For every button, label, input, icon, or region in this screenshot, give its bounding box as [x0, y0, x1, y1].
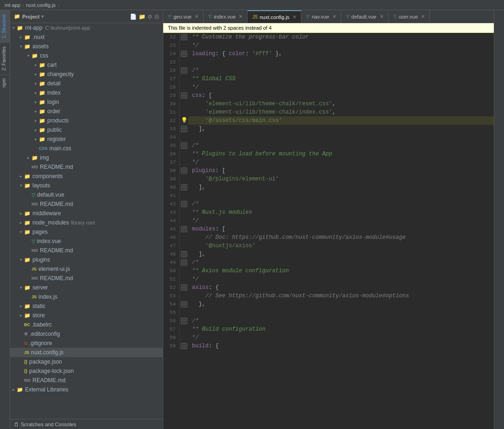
tree-item-index[interactable]: ▸📁index: [10, 88, 163, 97]
tree-arrow[interactable]: ▸: [32, 109, 39, 114]
fold-button[interactable]: -: [181, 284, 187, 291]
tree-arrow[interactable]: ▸: [18, 313, 24, 318]
tree-arrow[interactable]: ▸: [10, 387, 17, 392]
tree-item-changecity[interactable]: ▸📁changecity: [10, 70, 163, 79]
fold-button[interactable]: -: [181, 301, 187, 307]
line-gutter[interactable]: -: [180, 317, 188, 325]
tree-item-public[interactable]: ▸📁public: [10, 125, 163, 134]
tree-item-element-ui-js[interactable]: JSelement-ui.js: [10, 264, 163, 274]
tree-item-server[interactable]: ▾📁server: [10, 283, 163, 292]
tree-arrow[interactable]: ▸: [32, 90, 39, 95]
fold-button[interactable]: -: [181, 343, 187, 349]
tree-arrow[interactable]: ▸: [18, 174, 24, 179]
new-file-icon[interactable]: 📄: [130, 13, 137, 20]
code-editor[interactable]: 22-** Customize the progress-bar color23…: [163, 33, 494, 429]
fold-button[interactable]: -: [181, 167, 187, 174]
tree-arrow[interactable]: ▾: [18, 230, 24, 234]
tab-close-user[interactable]: ✕: [421, 14, 425, 19]
tab-close-nav[interactable]: ✕: [332, 14, 336, 19]
line-gutter[interactable]: -: [180, 258, 188, 267]
file-tree[interactable]: ▾📁mt-appC:\kui\nuxtjs\mt-app▸📁.nuxt▾📁ass…: [10, 23, 163, 419]
tab-index[interactable]: ▽ index.vue ✕: [204, 10, 248, 23]
tree-item-login[interactable]: ▸📁login: [10, 97, 163, 107]
fold-button[interactable]: -: [181, 92, 187, 99]
line-gutter[interactable]: -: [180, 283, 188, 292]
fold-button[interactable]: -: [181, 259, 187, 266]
tree-arrow[interactable]: ▾: [18, 183, 24, 188]
fold-button[interactable]: -: [181, 226, 187, 232]
tree-item-mt-app[interactable]: ▾📁mt-appC:\kui\nuxtjs\mt-app: [10, 23, 163, 32]
tree-arrow[interactable]: ▸: [32, 128, 39, 132]
tree-item-README-md[interactable]: MDREADME.md: [10, 199, 163, 209]
tree-item-register[interactable]: ▸📁register: [10, 134, 163, 144]
tree-item-assets[interactable]: ▾📁assets: [10, 42, 163, 51]
tree-item-default-vue[interactable]: ▽default.vue: [10, 190, 163, 199]
scratches-item[interactable]: 🗒 Scratches and Consoles: [14, 422, 76, 427]
sidebar-tab-favorites[interactable]: 2: Favorites: [0, 42, 10, 74]
tree-arrow[interactable]: ▸: [32, 100, 39, 104]
line-gutter[interactable]: -: [180, 250, 188, 258]
tree-item-pages[interactable]: ▾📁pages: [10, 227, 163, 237]
tree-item-index-js[interactable]: JSindex.js: [10, 292, 163, 301]
sidebar-tab-npm[interactable]: npm: [0, 74, 10, 91]
tree-item-plugins[interactable]: ▾📁plugins: [10, 255, 163, 264]
tab-close-default[interactable]: ✕: [380, 14, 383, 19]
fold-button[interactable]: -: [181, 126, 187, 132]
tab-user[interactable]: ▽ user.vue ✕: [389, 10, 430, 23]
fold-button[interactable]: -: [181, 34, 187, 40]
tab-nav[interactable]: ▽ nav.vue ✕: [301, 10, 341, 23]
tree-item-nuxt-config-js[interactable]: JSnuxt.config.js: [10, 348, 163, 357]
line-gutter[interactable]: -: [180, 66, 188, 75]
tree-item-main-css[interactable]: CSSmain.css: [10, 144, 163, 153]
tree-item--gitignore[interactable]: G.gitignore: [10, 339, 163, 348]
tree-item-index-vue[interactable]: ▽index.vue: [10, 237, 163, 246]
tree-arrow[interactable]: ▸: [32, 81, 39, 86]
tree-arrow[interactable]: ▾: [18, 285, 24, 290]
line-gutter[interactable]: -: [180, 50, 188, 58]
tree-arrow[interactable]: ▾: [18, 44, 24, 49]
tree-item--nuxt[interactable]: ▸📁.nuxt: [10, 32, 163, 42]
tree-item-detail[interactable]: ▸📁detail: [10, 79, 163, 88]
tree-arrow[interactable]: ▾: [25, 53, 32, 58]
tree-arrow[interactable]: ▸: [32, 137, 39, 141]
tree-item-node-modules[interactable]: ▸📁node_moduleslibrary root: [10, 218, 163, 227]
tree-arrow[interactable]: ▸: [18, 304, 24, 308]
line-gutter[interactable]: -: [180, 91, 188, 100]
line-gutter[interactable]: -: [180, 342, 188, 350]
tab-geo[interactable]: ▽ geo.vue ✕: [163, 10, 204, 23]
tree-arrow[interactable]: ▸: [32, 63, 39, 67]
line-gutter[interactable]: -: [180, 225, 188, 233]
line-gutter[interactable]: -: [180, 166, 188, 175]
tree-item-css[interactable]: ▾📁css: [10, 51, 163, 60]
tree-item-cart[interactable]: ▸📁cart: [10, 60, 163, 70]
tree-arrow[interactable]: ▸: [32, 118, 39, 123]
new-folder-icon[interactable]: 📁: [139, 13, 146, 20]
line-gutter[interactable]: -: [180, 125, 188, 133]
tree-arrow[interactable]: ▸: [18, 211, 24, 216]
settings-icon[interactable]: ⚙: [147, 13, 153, 20]
line-gutter[interactable]: -: [180, 141, 188, 150]
line-gutter[interactable]: -: [180, 200, 188, 208]
line-gutter[interactable]: -: [180, 33, 188, 41]
tree-item-static[interactable]: ▸📁static: [10, 301, 163, 311]
line-gutter[interactable]: -: [180, 183, 188, 192]
tree-item-External-Libraries[interactable]: ▸📁External Libraries: [10, 385, 163, 394]
tree-arrow[interactable]: ▾: [10, 26, 17, 30]
tab-nuxt[interactable]: JS nuxt.config.js ✕: [248, 10, 301, 23]
fold-button[interactable]: -: [181, 318, 187, 324]
tree-item-img[interactable]: ▸📁img: [10, 153, 163, 162]
fold-button[interactable]: -: [181, 184, 187, 191]
tree-item-store[interactable]: ▸📁store: [10, 311, 163, 320]
tree-item-README-md[interactable]: MDREADME.md: [10, 246, 163, 255]
collapse-icon[interactable]: ⊟: [154, 13, 159, 20]
tab-default[interactable]: ▽ default.vue ✕: [341, 10, 389, 23]
tree-arrow[interactable]: ▾: [18, 257, 24, 262]
tree-arrow[interactable]: ▸: [25, 155, 32, 160]
tree-arrow[interactable]: ▸: [18, 35, 24, 39]
tree-item-package-lock-json[interactable]: {}package-lock.json: [10, 366, 163, 376]
tree-item-README-md[interactable]: MDREADME.md: [10, 274, 163, 283]
tree-item-README-md[interactable]: MDREADME.md: [10, 162, 163, 172]
project-dropdown[interactable]: ▾: [41, 14, 44, 19]
tree-arrow[interactable]: ▸: [32, 72, 39, 77]
tree-item-order[interactable]: ▸📁order: [10, 107, 163, 116]
